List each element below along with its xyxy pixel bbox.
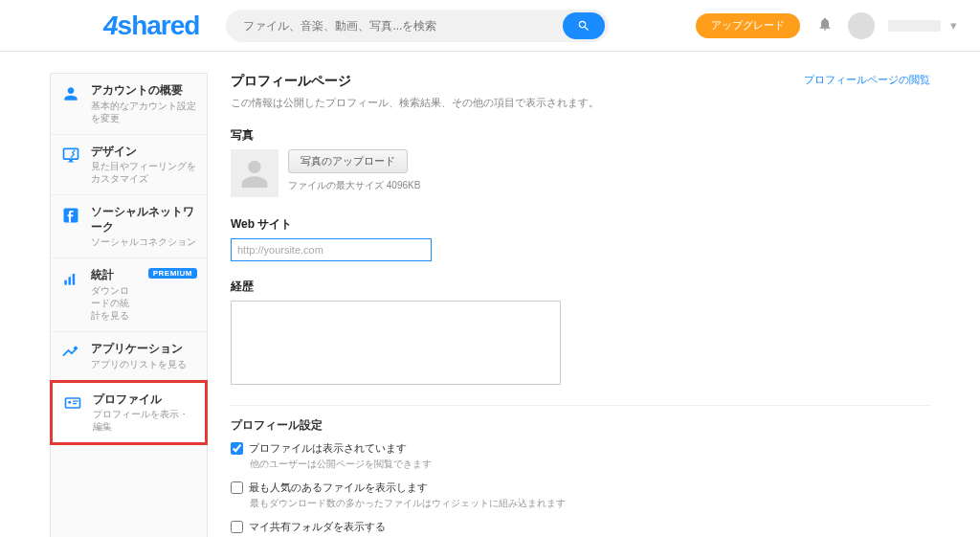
- upgrade-button[interactable]: アップグレード: [696, 13, 800, 38]
- svg-rect-3: [73, 274, 76, 285]
- search-input[interactable]: [243, 19, 563, 33]
- sidebar-item-sub: 見た目やフィーリングをカスタマイズ: [91, 160, 197, 185]
- checkbox-shared-folders[interactable]: [231, 521, 243, 533]
- checkbox-label: プロファイルは表示されています: [249, 441, 407, 456]
- checkbox-label: マイ共有フォルダを表示する: [249, 520, 386, 534]
- sidebar-item-label: ソーシャルネットワーク: [91, 205, 197, 235]
- checkbox-note: 他のユーザーは公開ページを閲覧できます: [250, 458, 930, 471]
- bio-textarea[interactable]: [231, 301, 561, 385]
- sidebar-item-account[interactable]: アカウントの概要 基本的なアカウント設定を変更: [51, 74, 207, 135]
- stats-icon: [60, 268, 81, 289]
- svg-point-5: [68, 400, 71, 403]
- sidebar-item-label: プロファイル: [93, 392, 195, 408]
- user-icon: [60, 83, 81, 104]
- sidebar-item-social[interactable]: ソーシャルネットワーク ソーシャルコネクション: [51, 195, 207, 258]
- sidebar-item-label: 統計: [91, 268, 139, 283]
- sidebar-item-design[interactable]: デザイン 見た目やフィーリングをカスタマイズ: [51, 135, 207, 196]
- notifications-icon[interactable]: [817, 16, 833, 35]
- website-input[interactable]: [231, 238, 432, 261]
- checkbox-note: 最もダウンロード数の多かったファイルはウィジェットに組み込まれます: [250, 497, 930, 510]
- top-bar: 4shared アップグレード ▾: [0, 0, 980, 52]
- upload-photo-button[interactable]: 写真のアップロード: [288, 149, 408, 173]
- chevron-down-icon: ▾: [950, 18, 957, 33]
- id-card-icon: [62, 392, 83, 414]
- premium-badge: PREMIUM: [148, 268, 197, 279]
- settings-sidebar: アカウントの概要 基本的なアカウント設定を変更 デザイン 見た目やフィーリングを…: [50, 73, 208, 537]
- checkbox-label: 最も人気のあるファイルを表示します: [249, 481, 428, 495]
- svg-rect-6: [73, 400, 78, 401]
- checkbox-profile-visible[interactable]: [231, 442, 243, 455]
- page-title: プロフィールページ: [231, 73, 804, 90]
- checkbox-popular-files[interactable]: [231, 481, 243, 494]
- profile-photo-placeholder: [231, 149, 278, 197]
- sidebar-item-sub: ダウンロードの統計を見る: [91, 284, 139, 322]
- search-box[interactable]: [226, 10, 609, 42]
- sidebar-item-label: デザイン: [91, 145, 197, 160]
- logo-shared: shared: [118, 11, 200, 41]
- logo[interactable]: 4shared: [103, 11, 199, 41]
- person-silhouette-icon: [235, 154, 274, 192]
- photo-label: 写真: [231, 127, 930, 144]
- website-label: Web サイト: [231, 216, 930, 233]
- facebook-icon: [60, 205, 81, 226]
- tools-icon: [60, 342, 81, 363]
- sidebar-item-sub: ソーシャルコネクション: [91, 235, 197, 248]
- monitor-icon: [60, 145, 81, 166]
- page-desc: この情報は公開したプロフィール、検索結果、その他の項目で表示されます。: [231, 96, 804, 110]
- sidebar-item-sub: プロフィールを表示・編集: [93, 408, 195, 433]
- view-profile-link[interactable]: プロフィールページの閲覧: [804, 74, 930, 85]
- sidebar-item-applications[interactable]: アプリケーション アプリのリストを見る: [51, 332, 207, 381]
- sidebar-item-sub: 基本的なアカウント設定を変更: [91, 100, 197, 124]
- avatar: [848, 12, 875, 39]
- user-menu[interactable]: ▾: [848, 12, 957, 39]
- logo-4: 4: [103, 11, 118, 41]
- sidebar-item-label: アプリケーション: [91, 342, 197, 357]
- bio-label: 経歴: [231, 279, 930, 295]
- max-size-note: ファイルの最大サイズ 4096KB: [288, 179, 420, 192]
- settings-title: プロフィール設定: [231, 417, 930, 434]
- search-button[interactable]: [563, 12, 605, 39]
- svg-rect-1: [64, 280, 67, 285]
- sidebar-item-stats[interactable]: 統計 ダウンロードの統計を見る PREMIUM: [51, 258, 207, 332]
- svg-rect-7: [73, 403, 77, 404]
- search-icon: [577, 19, 590, 33]
- sidebar-item-sub: アプリのリストを見る: [91, 358, 197, 370]
- svg-rect-2: [69, 278, 72, 285]
- divider: [231, 405, 930, 406]
- sidebar-item-label: アカウントの概要: [91, 83, 197, 99]
- main-content: プロフィールページ この情報は公開したプロフィール、検索結果、その他の項目で表示…: [231, 73, 930, 537]
- user-name-placeholder: [888, 20, 941, 32]
- sidebar-item-profile[interactable]: プロファイル プロフィールを表示・編集: [50, 380, 208, 446]
